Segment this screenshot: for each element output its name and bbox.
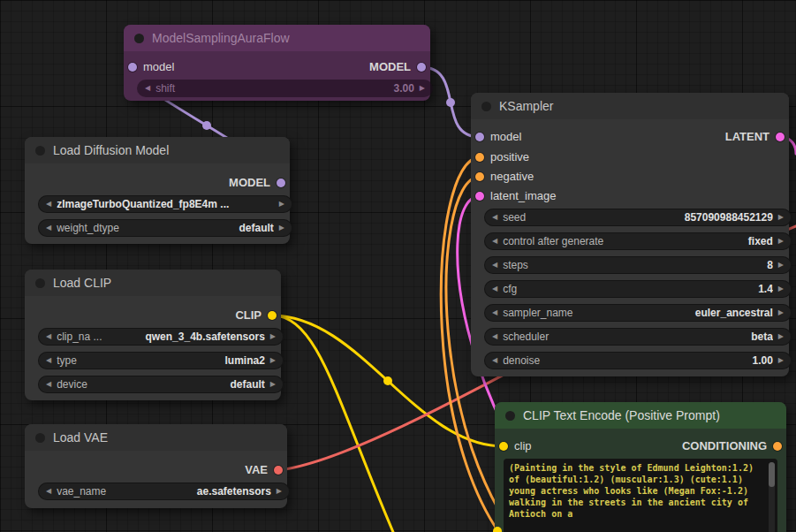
- decrement-arrow-icon[interactable]: [145, 80, 150, 97]
- node-header[interactable]: KSampler: [471, 93, 789, 119]
- collapse-dot-icon[interactable]: [35, 146, 45, 156]
- decrement-arrow-icon[interactable]: [492, 209, 497, 226]
- node-header[interactable]: CLIP Text Encode (Positive Prompt): [495, 402, 786, 429]
- node-title: Load CLIP: [53, 276, 111, 290]
- output-port-conditioning[interactable]: [773, 442, 782, 451]
- widget-clip-name[interactable]: clip_na ... qwen_3_4b.safetensors: [38, 328, 284, 346]
- prev-option-arrow-icon[interactable]: [46, 376, 51, 393]
- widget-value: 8: [534, 259, 773, 271]
- prev-option-arrow-icon[interactable]: [46, 328, 51, 346]
- widget-value: 1.00: [545, 354, 773, 367]
- next-option-arrow-icon[interactable]: [277, 483, 282, 500]
- widget-unet-name[interactable]: zImageTurboQuantized_fp8E4m ...: [38, 195, 292, 213]
- output-slot-label: MODEL: [369, 60, 411, 74]
- widget-shift[interactable]: shift 3.00: [137, 80, 433, 97]
- widget-value: 3.00: [180, 82, 414, 95]
- collapse-dot-icon[interactable]: [481, 102, 491, 111]
- widget-scheduler[interactable]: scheduler beta: [484, 328, 792, 346]
- output-port-model[interactable]: [417, 63, 426, 72]
- widget-label: vae_name: [57, 485, 106, 498]
- decrement-arrow-icon[interactable]: [492, 352, 497, 369]
- link-midpoint-dot: [383, 376, 392, 385]
- next-option-arrow-icon[interactable]: [279, 219, 284, 237]
- node-header[interactable]: Load CLIP: [25, 270, 281, 296]
- link-midpoint-dot: [202, 121, 211, 130]
- textarea-scrollbar[interactable]: [769, 462, 775, 532]
- input-slot-label: latent_image: [490, 189, 556, 203]
- widget-value: 1.4: [522, 283, 773, 295]
- output-slot-label: LATENT: [725, 130, 769, 144]
- node-ksampler[interactable]: KSampler model positive negative latent_…: [471, 93, 789, 376]
- next-option-arrow-icon[interactable]: [279, 195, 284, 213]
- output-port-model[interactable]: [277, 179, 285, 187]
- output-port-vae[interactable]: [274, 466, 283, 475]
- input-slot-label: clip: [514, 439, 532, 453]
- widget-type[interactable]: type lumina2: [38, 352, 284, 369]
- widget-vae-name[interactable]: vae_name ae.safetensors: [38, 483, 290, 500]
- decrement-arrow-icon[interactable]: [492, 256, 497, 274]
- next-option-arrow-icon[interactable]: [270, 328, 276, 346]
- input-port-negative[interactable]: [475, 172, 484, 181]
- output-port-clip[interactable]: [268, 311, 277, 320]
- input-slot-label: model: [490, 130, 521, 144]
- widget-weight-dtype[interactable]: weight_dtype default: [38, 219, 292, 237]
- prev-option-arrow-icon[interactable]: [492, 304, 497, 322]
- next-option-arrow-icon[interactable]: [270, 376, 276, 393]
- next-option-arrow-icon[interactable]: [778, 304, 784, 322]
- prev-option-arrow-icon[interactable]: [46, 195, 51, 213]
- scrollbar-thumb[interactable]: [769, 462, 775, 487]
- node-model-sampling-aura-flow[interactable]: ModelSamplingAuraFlow model MODEL shift …: [124, 25, 430, 101]
- node-header[interactable]: Load Diffusion Model: [25, 137, 290, 163]
- node-title: Load Diffusion Model: [53, 143, 169, 157]
- node-header[interactable]: ModelSamplingAuraFlow: [124, 25, 430, 51]
- node-clip-text-encode-positive[interactable]: CLIP Text Encode (Positive Prompt) clip …: [495, 402, 786, 532]
- increment-arrow-icon[interactable]: [778, 209, 784, 226]
- input-port-model[interactable]: [475, 133, 484, 141]
- widget-label: control after generate: [503, 235, 603, 247]
- widget-sampler-name[interactable]: sampler_name euler_ancestral: [484, 304, 792, 322]
- node-load-diffusion-model[interactable]: Load Diffusion Model MODEL zImageTurboQu…: [25, 137, 290, 244]
- input-port-model[interactable]: [128, 63, 137, 72]
- next-option-arrow-icon[interactable]: [778, 232, 784, 250]
- widget-value: lumina2: [82, 354, 265, 367]
- input-port-positive[interactable]: [475, 153, 484, 162]
- prev-option-arrow-icon[interactable]: [46, 352, 51, 369]
- input-port-latent-image[interactable]: [475, 192, 484, 201]
- node-load-clip[interactable]: Load CLIP CLIP clip_na ... qwen_3_4b.saf…: [25, 270, 281, 400]
- output-port-latent[interactable]: [776, 133, 785, 141]
- node-load-vae[interactable]: Load VAE VAE vae_name ae.safetensors: [25, 424, 287, 508]
- widget-denoise[interactable]: denoise 1.00: [484, 352, 792, 369]
- widget-value: qwen_3_4b.safetensors: [108, 331, 265, 343]
- prev-option-arrow-icon[interactable]: [46, 483, 51, 500]
- collapse-dot-icon[interactable]: [505, 411, 515, 421]
- increment-arrow-icon[interactable]: [778, 352, 784, 369]
- increment-arrow-icon[interactable]: [778, 256, 784, 274]
- widget-control-after-generate[interactable]: control after generate fixed: [484, 232, 792, 250]
- widget-label: seed: [503, 211, 526, 224]
- prev-option-arrow-icon[interactable]: [492, 328, 497, 346]
- input-port-clip[interactable]: [499, 442, 508, 451]
- collapse-dot-icon[interactable]: [134, 34, 144, 43]
- increment-arrow-icon[interactable]: [778, 280, 784, 298]
- prompt-textarea[interactable]: (Painting in the style of Edmund Leighto…: [504, 459, 777, 532]
- collapse-dot-icon[interactable]: [35, 433, 45, 443]
- widget-label: cfg: [503, 283, 517, 295]
- prev-option-arrow-icon[interactable]: [46, 219, 51, 237]
- next-option-arrow-icon[interactable]: [778, 328, 784, 346]
- node-title: ModelSamplingAuraFlow: [152, 31, 290, 45]
- widget-seed[interactable]: seed 857090988452129: [484, 209, 792, 226]
- link-clip-to-positive-prompt: [272, 315, 504, 446]
- node-title: Load VAE: [53, 430, 108, 445]
- widget-steps[interactable]: steps 8: [484, 256, 792, 274]
- next-option-arrow-icon[interactable]: [270, 352, 276, 369]
- widget-value: default: [93, 378, 265, 391]
- node-header[interactable]: Load VAE: [25, 424, 287, 451]
- collapse-dot-icon[interactable]: [35, 278, 45, 288]
- increment-arrow-icon[interactable]: [420, 80, 425, 97]
- widget-cfg[interactable]: cfg 1.4: [484, 280, 792, 298]
- node-graph-canvas[interactable]: ModelSamplingAuraFlow model MODEL shift …: [0, 0, 796, 532]
- decrement-arrow-icon[interactable]: [492, 280, 497, 298]
- widget-label: scheduler: [503, 331, 549, 343]
- prev-option-arrow-icon[interactable]: [492, 232, 497, 250]
- widget-device[interactable]: device default: [38, 376, 284, 393]
